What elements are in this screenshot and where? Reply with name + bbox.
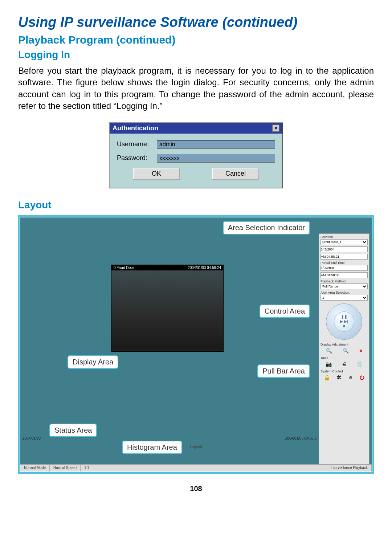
power-icon[interactable]: ⏻ [359,375,364,380]
status-app: I-surveillance Playback [327,465,372,472]
playback-method-label: Playback Method: [320,279,368,283]
page-title: Using IP surveillance Software (continue… [18,15,374,30]
system-control-label: System Control [320,370,368,373]
alert-area-label: Alert Area Selection: [320,291,368,294]
zoom-in-icon[interactable]: 🔍 [326,348,332,354]
monitor-icon[interactable]: 🖥 [348,375,353,380]
histogram-legend: Legend [190,445,202,449]
subsection-logging-in: Logging In [18,49,374,61]
video-timestamp: 2004/01/03 04:58:24 [188,266,221,270]
video-frame [111,270,223,350]
status-ratio: 1:1 [81,465,93,472]
cancel-button[interactable]: Cancel [212,168,259,180]
status-bar: Normal Mode Normal Speed 1:1 I-surveilla… [20,464,372,472]
settings-icon[interactable]: 🛠 [336,375,342,380]
period-end-label: Period End Time [320,261,368,265]
zoom-out-icon[interactable]: 🔍 [343,348,349,354]
ok-button[interactable]: OK [133,168,180,180]
display-adjustment-label: Display Adjustment [320,343,368,346]
pause-icon[interactable]: ❚❚ [341,315,347,319]
histogram-ts-right: 2004/01/03 04:58:3 [285,436,317,440]
subsection-layout: Layout [18,199,374,211]
status-speed: Normal Speed [50,465,81,472]
play-next-icon[interactable]: ▶ ▶| [340,319,348,323]
page-number: 108 [18,485,374,493]
export-icon[interactable]: 💿 [356,361,363,367]
close-button[interactable]: × [272,125,279,132]
video-display: 0 Front Door 2004/01/03 04:58:24 [111,265,224,352]
playback-method-select[interactable]: Full Range [320,283,368,289]
period-start-time[interactable] [320,254,368,260]
location-label: Location [320,235,368,239]
fit-icon[interactable]: ■ [359,348,362,354]
password-input[interactable] [157,154,275,163]
period-start-date[interactable] [320,246,368,252]
histogram-ts-left: 2004/01/03 [23,436,41,440]
stop-icon[interactable]: ■ [343,324,346,328]
authentication-dialog: Authentication × Username: Password: OK … [109,122,283,188]
username-input[interactable] [157,140,275,149]
histogram-area[interactable] [23,421,318,435]
period-end-time[interactable] [320,272,368,278]
camera-icon[interactable]: 📷 [326,361,332,367]
camera-label: 0 Front Door [114,266,134,270]
dialog-title: Authentication [113,125,158,132]
tools-label: Tools [320,356,368,360]
control-panel: Location Front Door_1 Period End Time Pl… [319,233,369,466]
section-title: Playback Program (continued) [18,34,374,46]
callout-control-area: Control Area [260,305,310,318]
status-mode: Normal Mode [20,465,50,472]
alert-area-select[interactable]: 1 [320,295,368,301]
location-select[interactable]: Front Door_1 [320,239,368,245]
callout-histogram-area: Histogram Area [122,441,182,454]
callout-area-selection: Area Selection Indicator [223,221,310,234]
playback-dial[interactable]: ❚❚ ▶ ▶| ■ [326,303,362,340]
period-end-date[interactable] [320,265,368,271]
print-icon[interactable]: 🖨 [342,361,347,367]
lock-icon[interactable]: 🔒 [324,375,330,380]
callout-pull-bar: Pull Bar Area [257,364,310,378]
body-paragraph: Before you start the playback program, i… [18,65,374,112]
layout-figure: Area Selection Indicator Control Area Di… [18,215,374,474]
playback-app-screenshot: Area Selection Indicator Control Area Di… [20,217,372,472]
dialog-titlebar: Authentication × [110,123,282,134]
username-label: Username: [117,140,157,148]
callout-display-area: Display Area [68,355,118,369]
password-label: Password: [117,154,157,162]
